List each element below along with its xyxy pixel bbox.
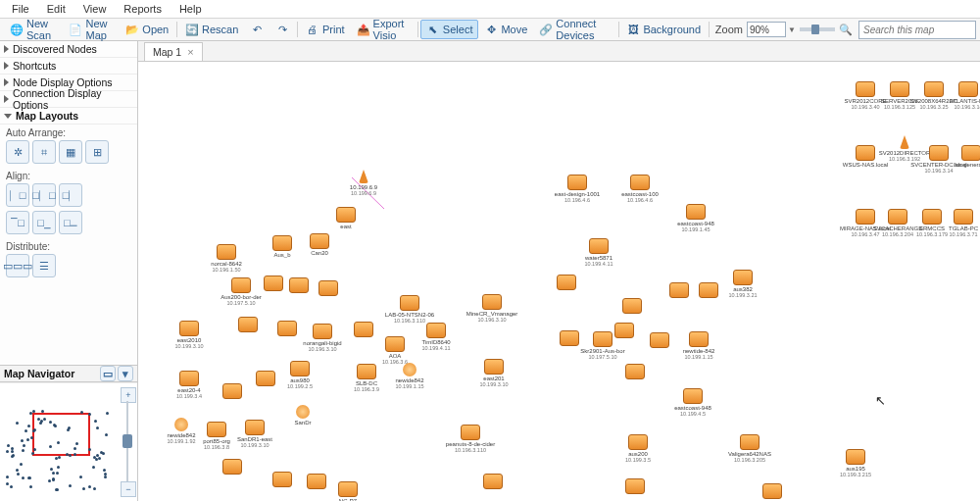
map-node[interactable]: SVCENTER-DC.local10.196.3.14 xyxy=(917,145,960,174)
menu-help[interactable]: Help xyxy=(172,2,210,16)
map-node[interactable] xyxy=(342,322,385,337)
map-node[interactable]: Can20 xyxy=(298,233,341,256)
map-node[interactable] xyxy=(545,275,588,290)
map-node[interactable]: LAB-05-NTSN2-0610.196.3.110 xyxy=(388,295,431,324)
map-node[interactable] xyxy=(252,276,295,291)
section-shortcuts[interactable]: Shortcuts xyxy=(0,58,137,75)
new-map-button[interactable]: 📄New Map xyxy=(63,20,120,39)
map-node[interactable]: peanuts-8-de-cider10.196.3.110 xyxy=(449,425,492,453)
map-node[interactable] xyxy=(613,364,657,379)
map-canvas[interactable]: ↖ SVR2012CORE10.196.3.40SERVER201610.196… xyxy=(138,62,980,501)
map-node[interactable] xyxy=(295,474,338,489)
align-center-button[interactable]: □⎸□ xyxy=(32,183,56,207)
map-node[interactable] xyxy=(226,317,270,332)
map-node[interactable]: TGLAB-PC10.196.3.71 xyxy=(942,209,980,237)
map-node[interactable]: SV2012DIRECTOR10.196.3.192 xyxy=(883,135,926,162)
map-node[interactable] xyxy=(266,321,309,336)
map-node[interactable] xyxy=(211,383,254,399)
map-node[interactable]: SVR2012CORE10.196.3.40 xyxy=(844,81,887,110)
map-node[interactable]: east20-410.199.3.4 xyxy=(168,371,211,399)
map-node[interactable] xyxy=(658,282,701,298)
map-node[interactable]: SRMCCS10.196.3.179 xyxy=(910,209,954,237)
navigator-collapse-icon[interactable]: ▾ xyxy=(118,366,133,381)
align-top-button[interactable]: ⎺□ xyxy=(6,211,29,234)
map-node[interactable]: WSUS-NAS.local xyxy=(844,145,887,168)
map-node[interactable]: NC-R710.196.3.17 xyxy=(326,481,369,501)
distribute-v-button[interactable]: ☰ xyxy=(32,254,56,277)
map-node[interactable]: Skr2901-Aus-bor10.197.5.10 xyxy=(581,331,624,360)
layout-radial-button[interactable]: ✲ xyxy=(6,140,29,164)
map-node[interactable]: east20110.199.3.10 xyxy=(472,359,515,387)
map-node[interactable]: aus20010.199.3.5 xyxy=(616,434,660,463)
map-node[interactable]: Valigera642NAS10.196.3.205 xyxy=(728,434,771,463)
map-node[interactable] xyxy=(687,282,730,298)
map-node[interactable]: newide84210.199.1.15 xyxy=(388,363,431,389)
map-node[interactable]: port85-org10.196.3.8 xyxy=(195,422,238,450)
close-icon[interactable]: × xyxy=(187,46,193,58)
layout-tree-button[interactable]: ⊞ xyxy=(85,140,109,164)
map-node[interactable]: lab-generator xyxy=(950,145,980,168)
map-node[interactable]: aus98010.199.2.5 xyxy=(278,361,321,389)
background-button[interactable]: 🖼Background xyxy=(620,20,707,39)
map-node[interactable]: east xyxy=(324,207,368,229)
map-node[interactable]: newide84210.199.1.92 xyxy=(160,418,203,444)
zoom-in-icon[interactable]: + xyxy=(121,387,136,403)
export-visio-button[interactable]: 📤Export Visio xyxy=(351,20,416,39)
undo-button[interactable]: ↶ xyxy=(244,20,270,39)
menu-edit[interactable]: Edit xyxy=(39,2,74,16)
map-node[interactable]: newtide-84210.199.1.15 xyxy=(677,331,720,360)
move-tool-button[interactable]: ✥Move xyxy=(478,20,533,39)
section-connection-display[interactable]: Connection Display Options xyxy=(0,91,137,108)
map-node[interactable] xyxy=(277,277,320,293)
menu-reports[interactable]: Reports xyxy=(116,2,170,16)
map-node[interactable] xyxy=(613,478,657,494)
map-node[interactable]: SVCACHERANGE10.196.3.204 xyxy=(876,209,919,237)
connect-devices-button[interactable]: 🔗Connect Devices xyxy=(533,20,615,39)
map-node[interactable]: aus38210.199.3.21 xyxy=(721,270,764,298)
rescan-button[interactable]: 🔄Rescan xyxy=(179,20,244,39)
map-node[interactable]: norangali-bigid10.196.3.10 xyxy=(301,324,344,352)
map-node[interactable]: east-design-100110.196.4.6 xyxy=(556,175,599,203)
map-node[interactable]: eastcoast-94810.199.1.45 xyxy=(674,204,717,232)
menu-view[interactable]: View xyxy=(75,2,115,16)
map-node[interactable] xyxy=(471,474,514,489)
menu-file[interactable]: File xyxy=(4,2,37,16)
layout-grid-button[interactable]: ▦ xyxy=(59,140,82,164)
map-node[interactable]: Aus_b xyxy=(261,235,304,258)
map-node[interactable]: SV2008X64R2DC10.196.3.25 xyxy=(912,81,956,110)
align-bottom-button[interactable]: □⎽ xyxy=(59,211,82,234)
zoom-dropdown-icon[interactable]: ▼ xyxy=(788,25,796,34)
map-node[interactable] xyxy=(611,298,654,314)
search-input[interactable] xyxy=(858,21,976,39)
new-scan-button[interactable]: 🌐New Scan xyxy=(4,20,63,39)
select-tool-button[interactable]: ⬉Select xyxy=(420,20,479,39)
map-navigator[interactable]: + − xyxy=(0,382,137,501)
zoom-fit-icon[interactable]: 🔍 xyxy=(839,23,853,36)
zoom-slider[interactable] xyxy=(800,27,835,31)
map-node[interactable] xyxy=(307,280,350,296)
map-node[interactable]: TimID864010.199.4.11 xyxy=(415,323,458,351)
distribute-h-button[interactable]: ▭▭▭ xyxy=(6,254,29,277)
open-button[interactable]: 📂Open xyxy=(120,20,174,39)
map-node[interactable]: SanDR1-east10.199.3.10 xyxy=(233,420,276,448)
map-node[interactable]: SLB-DC10.196.3.9 xyxy=(345,364,388,392)
map-node[interactable] xyxy=(638,332,681,348)
map-node[interactable]: AOA10.196.3.6 xyxy=(373,336,416,365)
map-node[interactable]: eastcoast-94810.199.4.5 xyxy=(671,388,714,417)
map-node[interactable] xyxy=(548,330,591,346)
layout-symmetric-button[interactable]: ⌗ xyxy=(32,140,56,164)
tab-map-1[interactable]: Map 1 × xyxy=(144,42,203,61)
align-right-button[interactable]: □⎸ xyxy=(59,183,82,207)
map-node[interactable]: Aus200-bor-der10.197.5.10 xyxy=(220,277,263,306)
map-node[interactable]: norcal-864210.196.1.50 xyxy=(205,244,248,273)
map-node[interactable] xyxy=(261,472,304,487)
zoom-input[interactable] xyxy=(747,22,786,37)
map-node[interactable] xyxy=(211,459,254,475)
map-node[interactable]: MIRAGE-NAS.local10.196.3.47 xyxy=(844,209,887,237)
align-left-button[interactable]: ⎸□ xyxy=(6,183,29,207)
map-node[interactable]: water587110.199.4.11 xyxy=(577,238,620,267)
map-node[interactable] xyxy=(603,323,646,338)
section-discovered-nodes[interactable]: Discovered Nodes xyxy=(0,41,137,58)
map-node[interactable]: east201010.199.3.10 xyxy=(168,321,211,349)
map-node[interactable]: MineCR_Vmanager10.196.3.10 xyxy=(470,294,514,323)
